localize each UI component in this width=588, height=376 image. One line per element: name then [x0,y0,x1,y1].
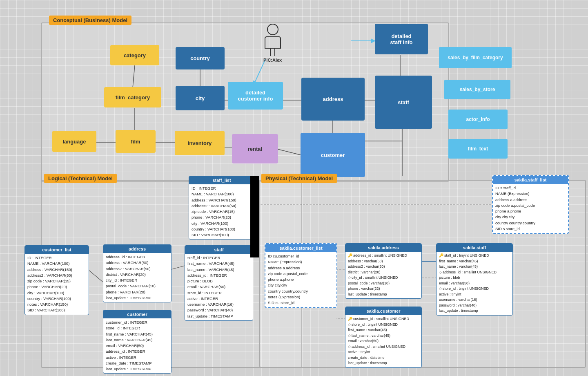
table-address-logical-body: address_id : INTEGER address : VARCHAR(5… [103,253,171,302]
table-staff-logical[interactable]: staff staff_id : INTEGER first_name : VA… [185,245,253,321]
table-sakila-staff-list-body: ID s.staff_id NAME (Expression) address … [493,184,568,233]
logical-section-label: Logical (Technical) Model [44,174,117,183]
table-staff-logical-body: staff_id : INTEGER first_name : VARCHAR(… [185,254,253,320]
physical-section-label: Physical (Technical) Model [261,174,337,183]
table-sakila-staff-list[interactable]: sakila.staff_list ID s.staff_id NAME (Ex… [492,175,569,234]
table-staff-list-body: ID : INTEGER NAME : VARCHAR(100) address… [189,184,254,239]
table-customer-logical-header: customer [103,310,171,318]
table-sakila-staff-list-header: sakila.staff_list [493,176,568,184]
table-customer-logical-body: customer_id : INTEGER store_id : INTEGER… [103,318,171,373]
table-customer-list-body: ID : INTEGER NAME : VARCHAR(100) address… [25,254,89,315]
conceptual-section-label: Conceptual (Business) Model [49,16,131,25]
table-staff-logical-header: staff [185,246,253,254]
table-sakila-address[interactable]: sakila.address 🔑address_id : smallint UN… [345,243,422,299]
table-sakila-address-header: sakila.address [345,244,421,252]
table-sakila-customer-list-body: ID cu.customer_id NAME (Expression) addr… [265,252,336,307]
table-customer-logical[interactable]: customer customer_id : INTEGER store_id … [103,310,172,374]
table-address-logical[interactable]: address address_id : INTEGER address : V… [103,244,172,302]
view-actor-info[interactable]: actor_info [448,110,508,129]
view-sales-by-film-category[interactable]: sales_by_film_category [439,47,512,68]
view-sales-by-store[interactable]: sales_by_store [444,80,510,99]
table-sakila-address-body: 🔑address_id : smallint UNSIGNED address … [345,252,421,298]
table-sakila-staff-body: 🔑staff_id : tinyint UNSIGNED first_name … [437,252,512,315]
entity-city[interactable]: city [176,86,225,110]
entity-country[interactable]: country [176,47,225,69]
main-canvas: Conceptual (Business) Model category cou… [0,0,588,376]
entity-detailed-staff[interactable]: detailed staff info [375,24,428,54]
entity-staff[interactable]: staff [375,76,432,129]
table-address-logical-header: address [103,245,171,253]
table-sakila-staff-header: sakila.staff [437,244,512,252]
entity-inventory[interactable]: inventory [175,131,225,155]
table-staff-list[interactable]: staff_list ID : INTEGER NAME : VARCHAR(1… [189,176,255,239]
entity-customer[interactable]: customer [301,133,365,177]
entity-address[interactable]: address [301,78,365,121]
table-sakila-customer[interactable]: sakila.customer 🔑customer_id : smallint … [345,307,422,368]
table-staff-list-header: staff_list [189,176,254,184]
table-sakila-customer-list-header: sakila.customer_list [265,244,336,252]
table-sakila-customer-body: 🔑customer_id : smallint UNSIGNED ◇store_… [345,315,421,367]
table-customer-list-header: customer_list [25,246,89,254]
table-sakila-customer-header: sakila.customer [345,307,421,315]
table-sakila-staff[interactable]: sakila.staff 🔑staff_id : tinyint UNSIGNE… [436,243,513,316]
entity-language[interactable]: language [52,131,96,152]
table-sakila-customer-list[interactable]: sakila.customer_list ID cu.customer_id N… [265,243,337,308]
entity-film[interactable]: film [116,130,156,153]
view-film-text[interactable]: film_text [448,139,508,159]
entity-detailed-customer[interactable]: detailed customer info [228,82,283,110]
entity-rental[interactable]: rental [232,134,278,163]
person-head [267,24,278,35]
person-label: PIC:Alex [263,58,282,63]
entity-film-category[interactable]: film_category [104,87,161,107]
black-bar-artifact [250,176,259,257]
table-customer-list[interactable]: customer_list ID : INTEGER NAME : VARCHA… [24,245,89,315]
person-body [265,36,281,49]
person-legs [263,49,282,56]
entity-category[interactable]: category [110,45,159,65]
person-icon: PIC:Alex [263,24,282,63]
